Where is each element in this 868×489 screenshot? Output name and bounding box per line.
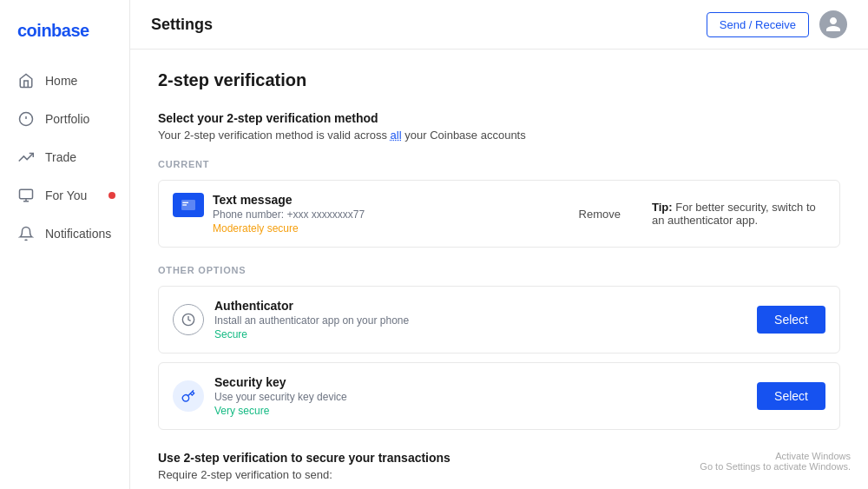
authenticator-select-button[interactable]: Select bbox=[757, 306, 825, 334]
method-row: Text message Phone number: +xxx xxxxxxxx… bbox=[173, 193, 562, 235]
sidebar-item-label: For You bbox=[45, 188, 87, 202]
tip-box: Tip: For better security, switch to an a… bbox=[652, 201, 825, 227]
security-key-icon bbox=[173, 380, 204, 412]
avatar[interactable] bbox=[819, 10, 847, 38]
security-key-desc: Use your security key device bbox=[214, 391, 746, 403]
send-receive-button[interactable]: Send / Receive bbox=[707, 12, 809, 37]
notification-badge bbox=[108, 192, 115, 199]
svg-rect-8 bbox=[182, 204, 187, 205]
sidebar-item-label: Portfolio bbox=[45, 112, 89, 126]
current-method-card: Text message Phone number: +xxx xxxxxxxx… bbox=[158, 180, 840, 248]
authenticator-icon bbox=[173, 304, 204, 335]
security-key-name: Security key bbox=[214, 375, 746, 389]
other-options-section: OTHER OPTIONS Authenticator Install an a… bbox=[158, 265, 840, 430]
instruction-title: Select your 2-step verification method bbox=[158, 111, 840, 125]
brand-logo: coinbase bbox=[0, 14, 129, 62]
security-key-info: Security key Use your security key devic… bbox=[214, 375, 746, 417]
sidebar-item-home[interactable]: Home bbox=[0, 62, 129, 100]
authenticator-security: Secure bbox=[214, 328, 746, 340]
instruction-highlight: all bbox=[391, 129, 402, 142]
sidebar-item-label: Notifications bbox=[45, 227, 111, 241]
sidebar-item-portfolio[interactable]: Portfolio bbox=[0, 100, 129, 138]
trade-icon bbox=[17, 149, 35, 166]
instruction-text2: your Coinbase accounts bbox=[404, 129, 525, 142]
authenticator-name: Authenticator bbox=[214, 299, 746, 313]
method-phone: Phone number: +xxx xxxxxxxx77 bbox=[213, 208, 562, 221]
current-section-label: CURRENT bbox=[158, 159, 840, 169]
authenticator-desc: Install an authenticator app on your pho… bbox=[214, 314, 746, 327]
security-key-security: Very secure bbox=[214, 405, 746, 417]
sidebar-item-label: Home bbox=[45, 74, 77, 88]
for-you-icon bbox=[17, 187, 35, 204]
method-name: Text message bbox=[213, 193, 562, 207]
text-message-icon-box bbox=[173, 193, 204, 217]
content-area: 2-step verification Select your 2-step v… bbox=[130, 50, 868, 489]
svg-rect-3 bbox=[20, 189, 33, 199]
header: Settings Send / Receive bbox=[130, 0, 868, 50]
tx-section: Use 2-step verification to secure your t… bbox=[158, 451, 840, 489]
security-key-select-button[interactable]: Select bbox=[757, 382, 825, 410]
current-section: CURRENT Text message Phone number: +xxx … bbox=[158, 159, 840, 248]
authenticator-card: Authenticator Install an authenticator a… bbox=[158, 286, 840, 354]
remove-button[interactable]: Remove bbox=[572, 204, 628, 224]
other-options-label: OTHER OPTIONS bbox=[158, 265, 840, 275]
sidebar-item-for-you[interactable]: For You bbox=[0, 176, 129, 215]
tip-label: Tip: bbox=[652, 201, 673, 214]
brand-name: coinbase bbox=[17, 21, 89, 40]
tip-text: For better security, switch to an authen… bbox=[652, 201, 816, 227]
tx-subtitle: Require 2-step verification to send: bbox=[158, 468, 840, 481]
portfolio-icon bbox=[17, 110, 35, 128]
sidebar-item-label: Trade bbox=[45, 150, 76, 164]
notifications-icon bbox=[17, 225, 35, 242]
sidebar-item-notifications[interactable]: Notifications bbox=[0, 215, 129, 253]
home-icon bbox=[17, 72, 35, 89]
main-area: Settings Send / Receive 2-step verificat… bbox=[130, 0, 868, 489]
instruction-box: Select your 2-step verification method Y… bbox=[158, 111, 840, 142]
security-level: Moderately secure bbox=[213, 222, 562, 235]
svg-rect-7 bbox=[182, 202, 188, 203]
sidebar-item-trade[interactable]: Trade bbox=[0, 138, 129, 176]
instruction-text: Your 2-step verification method is valid… bbox=[158, 129, 387, 142]
security-key-card: Security key Use your security key devic… bbox=[158, 362, 840, 430]
instruction-desc: Your 2-step verification method is valid… bbox=[158, 129, 840, 142]
sidebar: coinbase Home Portfolio Trade bbox=[0, 0, 130, 489]
current-card-info: Text message Phone number: +xxx xxxxxxxx… bbox=[213, 193, 562, 235]
header-actions: Send / Receive bbox=[707, 10, 847, 38]
tx-title: Use 2-step verification to secure your t… bbox=[158, 451, 840, 465]
header-title: Settings bbox=[151, 16, 213, 34]
page-title: 2-step verification bbox=[158, 70, 840, 90]
authenticator-info: Authenticator Install an authenticator a… bbox=[214, 299, 746, 340]
